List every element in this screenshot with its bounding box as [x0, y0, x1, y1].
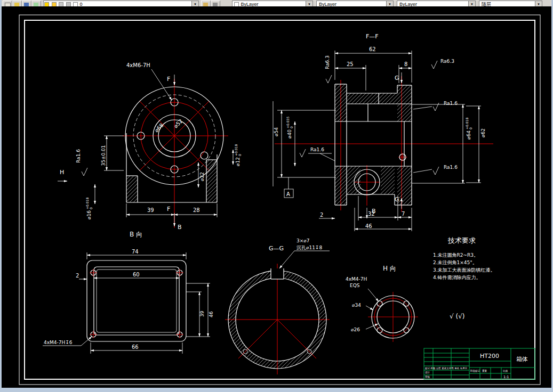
front-h-label: H	[60, 169, 64, 176]
section-b-label: B	[372, 208, 376, 215]
bview-dim-46: 46	[209, 311, 214, 317]
front-d16-group: ⌀16 +0.018 0	[85, 198, 93, 219]
drawing-frame	[19, 15, 540, 385]
front-thread-note: 4xM6-7H	[126, 62, 150, 68]
section-ra63-left: Ra6.3	[325, 55, 330, 69]
tech-item-4: 4.铸件需消除内应力。	[433, 275, 481, 280]
layer-on-icon	[44, 2, 49, 6]
hview-thread-note: 4xM4-7H	[346, 276, 367, 282]
gg-title: G—G	[269, 245, 284, 252]
gg-note1: 3×⌀7	[296, 238, 309, 243]
tech-item-2: 2.未注倒角1×45°。	[433, 260, 477, 265]
hview-d34: ⌀34	[352, 303, 361, 308]
front-d22: ⌀22	[199, 172, 205, 181]
plotstyle-control[interactable]: 随层 ▼	[479, 1, 542, 6]
toolbar: 0 ▼ ByLayer ▼ ByLayer ▼ ByLayer ▼ 随层 ▼	[2, 0, 551, 6]
titleblock-stage-label: 阶段标记	[470, 369, 480, 373]
front-f-top: F	[167, 76, 170, 83]
section-ra63-right: Ra6.3	[440, 59, 454, 64]
toolbar-icon-layers[interactable]	[31, 1, 41, 6]
bview-dim-66: 66	[132, 344, 139, 350]
linetype-value: ByLayer	[319, 1, 336, 6]
svg-text:⌀64: ⌀64	[466, 130, 471, 140]
front-d68: ⌀68	[154, 122, 165, 133]
prev-layer-icon	[213, 3, 218, 6]
lineweight-value: ByLayer	[399, 1, 417, 6]
svg-text:+0.035: +0.035	[286, 117, 290, 128]
color-value: ByLayer	[241, 2, 259, 6]
titleblock-part-name: 箱体	[516, 356, 528, 363]
tech-title: 技术要求	[447, 236, 476, 244]
layer-control[interactable]: 0 ▼	[43, 1, 199, 6]
section-ra16-bottom: Ra1.6	[444, 165, 458, 170]
lineweight-dropdown-arrow[interactable]: ▼	[468, 1, 475, 6]
layer-color-swatch	[73, 2, 78, 6]
bview-dim-74: 74	[132, 249, 139, 255]
gg-view: G—G 3×⌀7 沉孔⌀11↧8	[225, 238, 330, 374]
lineweight-control[interactable]: ByLayer ▼	[397, 1, 476, 6]
make-layer-icon	[203, 3, 208, 6]
section-d64-group: ⌀64 +0.018 0	[465, 118, 472, 140]
layer-plot-icon	[66, 2, 71, 6]
front-view: 4xM6-7H F F B ⌀68 ⌀52 35±0.01 Ra1.6 H ⌀1…	[58, 62, 242, 238]
layer-lock-icon	[59, 2, 63, 6]
svg-text:⌀16: ⌀16	[86, 210, 92, 219]
svg-text:0: 0	[469, 127, 472, 129]
section-g-bottom: G	[395, 196, 399, 203]
titleblock-material: HT200	[480, 353, 499, 360]
section-dim-2: 2	[320, 212, 323, 218]
layer-freeze-icon	[52, 2, 57, 6]
color-control[interactable]: ByLayer ▼	[232, 1, 313, 6]
plotstyle-dropdown-arrow[interactable]: ▼	[535, 1, 542, 6]
front-dim-35: 35±0.01	[101, 145, 106, 166]
linetype-dropdown-arrow[interactable]: ▼	[386, 1, 393, 6]
titleblock-check-label: 审核	[425, 375, 430, 378]
color-dropdown-arrow[interactable]: ▼	[306, 1, 312, 6]
toolbar-icon-open[interactable]	[12, 1, 22, 6]
linetype-control[interactable]: ByLayer ▼	[316, 1, 394, 6]
front-dim-28: 28	[193, 207, 200, 213]
layer-dropdown-arrow[interactable]: ▼	[191, 1, 198, 6]
svg-text:+0.018: +0.018	[465, 118, 469, 129]
section-dim-7: 7	[402, 211, 405, 217]
toolbar-icon-prev-layer[interactable]	[211, 1, 220, 6]
section-ra16-left: Ra1.6	[310, 147, 324, 152]
section-dim-62: 62	[369, 46, 376, 52]
surface-finish-note: √ (√)	[450, 313, 464, 320]
drawing-canvas[interactable]: 4xM6-7H F F B ⌀68 ⌀52 35±0.01 Ra1.6 H ⌀1…	[2, 6, 551, 388]
section-dim-25: 25	[347, 61, 354, 67]
tech-item-1: 1.未注圆角R2~R3。	[433, 252, 478, 258]
svg-text:+0.018: +0.018	[234, 144, 238, 156]
section-title: F—F	[366, 33, 379, 40]
plotstyle-value: 随层	[482, 1, 491, 6]
h-view: H 向 4xM4-7H EQS ⌀34 ⌀26	[346, 265, 418, 342]
hview-title: H 向	[383, 265, 396, 272]
app-window: 0 ▼ ByLayer ▼ ByLayer ▼ ByLayer ▼ 随层 ▼	[0, 0, 553, 392]
section-d54: ⌀54	[274, 127, 279, 136]
titleblock-scale-label: 比例	[503, 370, 508, 373]
titleblock-design-label: 设计	[425, 371, 430, 374]
section-ra16-top: Ra1.6	[444, 101, 458, 106]
datum-a-label: A	[286, 191, 290, 197]
bview-title: B 向	[130, 231, 142, 238]
section-dim-8: 8	[404, 61, 407, 67]
svg-text:⌀12: ⌀12	[235, 157, 241, 166]
svg-text:0: 0	[290, 126, 293, 128]
toolbar-icon-make-layer[interactable]	[201, 1, 211, 6]
hview-d26: ⌀26	[351, 327, 360, 332]
titleblock-weight-label: 重量	[482, 369, 487, 372]
titleblock-scale-value: 1:1	[503, 375, 509, 379]
front-ra: Ra1.6	[76, 149, 81, 163]
disk-icon	[24, 3, 29, 6]
toolbar-icon-save[interactable]	[22, 1, 31, 6]
bview-dim-60: 60	[133, 272, 140, 277]
svg-text:0: 0	[238, 154, 242, 156]
title-block: HT200 箱体 标记 处数 分区 更改文件号 签名 年月日 设计 审核 阶段标…	[424, 348, 535, 379]
front-b-arrow: B	[178, 224, 182, 231]
bview-dim-39: 39	[199, 311, 205, 317]
folder-icon	[14, 3, 19, 6]
color-swatch	[234, 2, 239, 6]
toolbar-icon-new[interactable]	[3, 1, 12, 6]
tech-item-3: 3.未加工大表面涂防锈红漆。	[433, 267, 495, 273]
hview-eqs: EQS	[350, 283, 360, 288]
